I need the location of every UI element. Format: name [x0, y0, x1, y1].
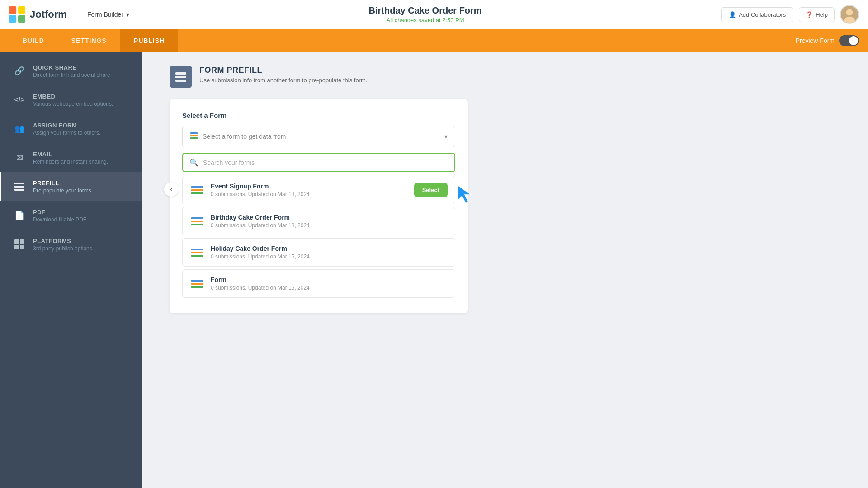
sidebar-email-desc: Reminders and instant sharing. — [33, 159, 108, 165]
nav-divider — [77, 8, 77, 21]
select-form-button[interactable]: Select — [414, 183, 448, 197]
form-dropdown-placeholder: Select a form to get data from — [203, 133, 440, 140]
svg-marker-20 — [458, 185, 471, 203]
svg-rect-15 — [175, 76, 186, 78]
form-builder-button[interactable]: Form Builder ▾ — [87, 11, 129, 18]
sidebar-platforms-desc: 3rd party publish options. — [33, 245, 94, 252]
form-list: Event Signup Form 0 submissions. Updated… — [182, 176, 455, 300]
svg-rect-19 — [190, 137, 198, 139]
form-item-name: Holiday Cake Order Form — [211, 245, 448, 252]
content-area: ‹ FORM PREFILL Use submission info from — [142, 52, 868, 488]
svg-rect-3 — [18, 15, 25, 23]
chevron-down-icon: ▾ — [126, 11, 129, 18]
sidebar-assign-desc: Assign your forms to others. — [33, 130, 100, 136]
form-list-item[interactable]: Holiday Cake Order Form 0 submissions. U… — [182, 238, 455, 267]
tab-build-label: BUILD — [23, 37, 44, 44]
sidebar-item-email[interactable]: ✉ EMAIL Reminders and instant sharing. — [0, 143, 142, 172]
form-list-item[interactable]: Birthday Cake Order Form 0 submissions. … — [182, 207, 455, 235]
tabs-bar: BUILD SETTINGS PUBLISH Preview Form — [0, 29, 868, 52]
saved-status: All changes saved at 2:53 PM — [129, 17, 721, 23]
svg-rect-18 — [190, 135, 198, 137]
search-box: 🔍 — [182, 153, 455, 172]
sidebar-item-prefill[interactable]: PREFILL Pre-populate your forms. — [0, 172, 142, 201]
prefill-header: FORM PREFILL Use submission info from an… — [170, 66, 854, 88]
form-title-area: Birthday Cake Order Form All changes sav… — [129, 5, 721, 23]
form-dropdown-icon — [190, 131, 198, 141]
select-form-label: Select a Form — [182, 112, 455, 119]
avatar-image — [841, 5, 858, 24]
logo-text: Jotform — [30, 9, 67, 20]
sidebar-platforms-title: PLATFORMS — [33, 238, 94, 244]
svg-rect-1 — [18, 6, 25, 14]
sidebar: 🔗 QUICK SHARE Direct form link and socia… — [0, 52, 142, 488]
svg-rect-9 — [14, 189, 24, 191]
sidebar-item-pdf[interactable]: 📄 PDF Download fillable PDF. — [0, 201, 142, 230]
prefill-desc: Use submission info from another form to… — [199, 77, 367, 84]
sidebar-quick-share-desc: Direct form link and social share. — [33, 72, 112, 78]
code-icon: </> — [12, 93, 27, 107]
svg-rect-8 — [14, 186, 24, 188]
svg-rect-14 — [175, 72, 186, 75]
svg-rect-17 — [190, 132, 198, 134]
sidebar-email-title: EMAIL — [33, 151, 108, 158]
help-button[interactable]: ❓ Help — [799, 7, 835, 22]
prefill-header-icon — [170, 66, 192, 88]
form-select-dropdown[interactable]: Select a form to get data from ▾ — [182, 126, 455, 147]
svg-rect-0 — [9, 6, 16, 14]
form-item-name: Form — [211, 276, 448, 283]
platforms-icon — [12, 237, 27, 252]
form-item-meta: 0 submissions. Updated on Mar 18, 2024 — [211, 222, 448, 229]
sidebar-embed-desc: Various webpage embed options. — [33, 101, 113, 107]
form-item-icon — [190, 183, 204, 197]
jotform-logo-icon — [9, 6, 25, 23]
form-title: Birthday Cake Order Form — [129, 5, 721, 16]
svg-rect-13 — [20, 245, 24, 249]
search-input[interactable] — [203, 159, 448, 166]
sidebar-embed-title: EMBED — [33, 93, 113, 100]
form-item-meta: 0 submissions. Updated on Mar 18, 2024 — [211, 191, 408, 197]
prefill-icon — [12, 179, 27, 194]
user-icon: 👤 — [729, 11, 736, 18]
form-item-icon — [190, 245, 204, 260]
sidebar-item-platforms[interactable]: PLATFORMS 3rd party publish options. — [0, 230, 142, 259]
tabs-right: Preview Form — [796, 35, 859, 46]
form-item-name: Birthday Cake Order Form — [211, 214, 448, 221]
sidebar-pdf-title: PDF — [33, 209, 87, 216]
search-icon: 🔍 — [189, 158, 198, 167]
prefill-title: FORM PREFILL — [199, 66, 367, 75]
form-item-meta: 0 submissions. Updated on Mar 15, 2024 — [211, 285, 448, 291]
form-item-icon — [190, 277, 204, 291]
sidebar-assign-title: ASSIGN FORM — [33, 122, 100, 129]
preview-form-label: Preview Form — [796, 37, 835, 44]
cursor-indicator — [456, 183, 473, 206]
link-icon: 🔗 — [12, 64, 27, 78]
assign-icon: 👥 — [12, 122, 27, 136]
back-button[interactable]: ‹ — [164, 182, 179, 197]
form-builder-label: Form Builder — [87, 11, 123, 18]
add-collaborators-button[interactable]: 👤 Add Collaborators — [721, 7, 793, 22]
sidebar-item-quick-share[interactable]: 🔗 QUICK SHARE Direct form link and socia… — [0, 56, 142, 85]
chevron-down-icon: ▾ — [444, 133, 448, 140]
tab-settings[interactable]: SETTINGS — [58, 29, 120, 52]
chevron-left-icon: ‹ — [170, 185, 172, 193]
form-list-item[interactable]: Event Signup Form 0 submissions. Updated… — [182, 176, 455, 204]
content-inner: ‹ FORM PREFILL Use submission info from — [156, 66, 854, 313]
email-icon: ✉ — [12, 150, 27, 165]
form-list-item[interactable]: Form 0 submissions. Updated on Mar 15, 2… — [182, 269, 455, 298]
sidebar-quick-share-title: QUICK SHARE — [33, 64, 112, 71]
sidebar-item-embed[interactable]: </> EMBED Various webpage embed options. — [0, 85, 142, 114]
svg-rect-12 — [14, 245, 19, 249]
tab-build[interactable]: BUILD — [9, 29, 58, 52]
form-item-meta: 0 submissions. Updated on Mar 15, 2024 — [211, 253, 448, 260]
pdf-icon: 📄 — [12, 208, 27, 223]
svg-rect-10 — [14, 239, 19, 244]
tab-settings-label: SETTINGS — [71, 37, 107, 44]
sidebar-pdf-desc: Download fillable PDF. — [33, 216, 87, 223]
logo-area: Jotform Form Builder ▾ — [9, 6, 129, 23]
form-item-name: Event Signup Form — [211, 183, 408, 190]
preview-form-toggle[interactable] — [839, 35, 859, 46]
nav-actions: 👤 Add Collaborators ❓ Help — [721, 5, 859, 24]
sidebar-item-assign-form[interactable]: 👥 ASSIGN FORM Assign your forms to other… — [0, 114, 142, 143]
avatar[interactable] — [840, 5, 859, 24]
tab-publish[interactable]: PUBLISH — [120, 29, 178, 52]
